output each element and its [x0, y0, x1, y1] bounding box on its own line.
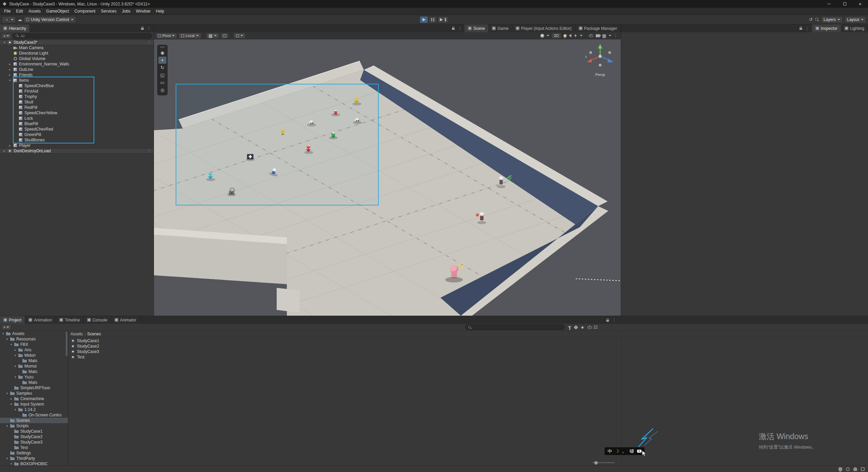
menu-item[interactable]: Component — [72, 8, 98, 15]
scene-tool-button[interactable]: + — [158, 57, 166, 64]
tab[interactable]: Inspector — [812, 24, 841, 32]
panel-menu-icon[interactable]: ⋮ — [805, 26, 809, 31]
lock-icon[interactable] — [141, 28, 144, 30]
scene-tool-button[interactable]: ↻ — [158, 64, 166, 71]
menu-item[interactable]: Window — [133, 8, 153, 15]
expand-arrow-icon[interactable]: ▾ — [1, 332, 5, 335]
tab[interactable]: Project — [0, 316, 25, 324]
handle-rotation-dropdown[interactable]: Local — [179, 33, 201, 39]
grid-visibility-icon[interactable]: ▦ — [602, 34, 606, 38]
layers-dropdown[interactable]: Layers — [821, 16, 843, 23]
search-by-type-icon[interactable] — [568, 326, 571, 328]
hierarchy-row[interactable]: ▸ Friends ⋮ — [0, 72, 154, 78]
notifications-icon[interactable] — [853, 467, 857, 471]
folder-row[interactable]: ▾ Assets — [0, 331, 68, 336]
hierarchy-search-input[interactable] — [20, 34, 150, 38]
layout-dropdown[interactable]: Layout — [845, 16, 866, 23]
ime-fullwidth-icon[interactable]: ☽ — [615, 449, 619, 454]
hierarchy-row[interactable]: SpeedChevBlue ⋮ — [0, 83, 154, 88]
hierarchy-row[interactable]: SpeedChevRed ⋮ — [0, 126, 154, 132]
search-icon[interactable] — [815, 17, 819, 22]
hierarchy-row[interactable]: ▸ Player ⋮ — [0, 143, 154, 148]
panel-menu-icon[interactable]: ⋮ — [458, 26, 462, 31]
asset-row[interactable]: StudyCase3 — [68, 349, 868, 354]
background-tasks-icon[interactable] — [861, 467, 865, 471]
expand-arrow-icon[interactable]: ▸ — [8, 68, 12, 71]
scene-tool-button[interactable]: ◎ — [158, 86, 166, 94]
menu-item[interactable]: GameObject — [43, 8, 72, 15]
version-control-button[interactable]: Unity Version Control — [24, 16, 76, 23]
hierarchy-row[interactable]: GreenPill ⋮ — [0, 132, 154, 137]
menu-item[interactable]: File — [1, 8, 13, 15]
hierarchy-row[interactable]: ▸ OutLine ⋮ — [0, 67, 154, 72]
close-button[interactable]: × — [852, 0, 868, 8]
hidden-objects-icon[interactable] — [589, 34, 593, 37]
play-button[interactable] — [420, 16, 428, 23]
folder-row[interactable]: ▾ Scripts — [0, 423, 68, 429]
row-menu-icon[interactable]: ⋮ — [147, 40, 154, 45]
expand-arrow-icon[interactable]: ▸ — [9, 397, 13, 400]
expand-arrow-icon[interactable]: ▾ — [14, 354, 17, 357]
tab[interactable]: Lighting — [841, 24, 868, 32]
step-button[interactable] — [437, 16, 448, 23]
asset-row[interactable]: StudyCase1 — [68, 338, 868, 343]
expand-arrow-icon[interactable]: ▾ — [3, 41, 6, 44]
folder-row[interactable]: ▾ BOXOPHOBIC — [0, 461, 68, 466]
panel-menu-icon[interactable]: ⋮ — [612, 318, 616, 322]
menu-item[interactable]: Assets — [26, 8, 43, 15]
save-search-star-icon[interactable]: ★ — [580, 325, 585, 330]
hierarchy-row[interactable]: ▸ Environment_Narrow_Walls ⋮ — [0, 61, 154, 67]
pause-button[interactable] — [429, 16, 437, 23]
chevron-down-icon[interactable] — [580, 35, 583, 36]
expand-arrow-icon[interactable]: ▾ — [9, 462, 13, 466]
folder-row[interactable]: ▾ Momoi — [0, 363, 68, 369]
tab[interactable]: Scene — [465, 24, 489, 32]
draw-mode-icon[interactable] — [540, 34, 544, 38]
expand-arrow-icon[interactable]: ▸ — [8, 144, 12, 147]
breadcrumb-assets[interactable]: Assets — [71, 332, 83, 336]
undo-history-icon[interactable]: ↺ — [809, 17, 813, 22]
sync-status-icon[interactable] — [846, 467, 850, 471]
expand-arrow-icon[interactable]: ▾ — [5, 337, 9, 341]
folder-row[interactable]: StudyCase2 — [0, 434, 68, 439]
gizmo-projection-label[interactable]: Persp — [580, 73, 620, 77]
folder-row[interactable]: Scenes — [0, 418, 68, 423]
hierarchy-row[interactable]: SpeedChevYellow ⋮ — [0, 110, 154, 116]
account-button[interactable]: G — [2, 16, 16, 23]
create-asset-button[interactable]: + — [1, 324, 11, 330]
expand-arrow-icon[interactable]: ▾ — [5, 457, 9, 460]
hierarchy-row[interactable]: FirstAid ⋮ — [0, 88, 154, 94]
scene-tool-button[interactable]: ◱ — [158, 72, 166, 79]
panel-menu-icon[interactable]: ⋮ — [147, 26, 151, 31]
menu-item[interactable]: Help — [153, 8, 167, 15]
expand-arrow-icon[interactable]: ▾ — [14, 408, 17, 411]
scene-tool-button[interactable]: ◉ — [158, 49, 166, 56]
expand-arrow-icon[interactable]: ▾ — [9, 402, 13, 406]
scene-object-Friend1[interactable] — [497, 176, 505, 186]
search-by-label-icon[interactable] — [574, 325, 578, 330]
hierarchy-row[interactable]: Directional Light ⋮ — [0, 51, 154, 56]
lock-icon[interactable] — [800, 28, 802, 30]
folder-row[interactable]: ▾ Midori — [0, 353, 68, 358]
folder-row[interactable]: Settings — [0, 450, 68, 456]
tab[interactable]: Player (Input Actions Editor) — [512, 24, 575, 32]
icon-size-slider[interactable] — [592, 462, 615, 463]
tab[interactable]: Console — [84, 316, 111, 324]
menu-item[interactable]: Services — [98, 8, 119, 15]
console-message-icon[interactable] — [839, 467, 842, 471]
expand-arrow-icon[interactable]: ▸ — [3, 149, 6, 153]
tree-scrollbar[interactable] — [66, 332, 67, 356]
expand-arrow-icon[interactable]: ▸ — [8, 62, 12, 66]
folder-row[interactable]: ▾ Samples — [0, 391, 68, 396]
folder-row[interactable]: ▾ Resources — [0, 336, 68, 342]
hierarchy-row[interactable]: ▾ StudyCase3* ⋮ — [0, 40, 154, 45]
expand-arrow-icon[interactable]: ▸ — [8, 73, 12, 77]
menu-item[interactable]: Jobs — [119, 8, 133, 15]
scene-object-Player[interactable] — [447, 265, 461, 281]
2d-toggle-button[interactable]: 2D — [552, 33, 561, 39]
folder-row[interactable]: On-Screen Contro — [0, 412, 68, 418]
project-search-input[interactable] — [473, 325, 563, 329]
create-object-button[interactable]: + — [1, 33, 11, 39]
folder-row[interactable]: Test — [0, 445, 68, 450]
expand-arrow-icon[interactable]: ▾ — [14, 375, 17, 379]
